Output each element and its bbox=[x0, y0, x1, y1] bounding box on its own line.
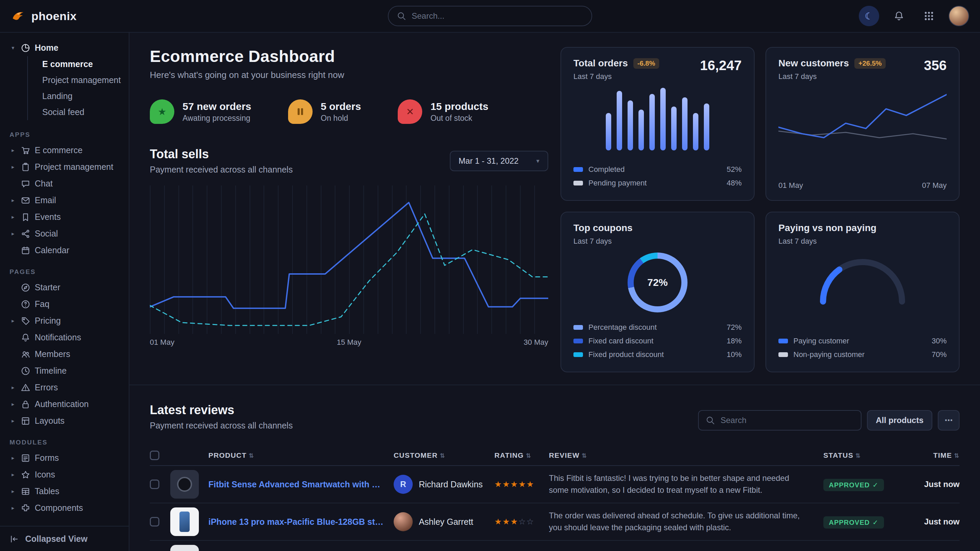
col-customer[interactable]: CUSTOMER⇅ bbox=[394, 451, 495, 459]
page-title: Ecommerce Dashboard bbox=[150, 47, 548, 66]
date-range-select[interactable]: Mar 1 - 31, 2022 ▾ bbox=[450, 151, 548, 171]
collapse-sidebar-button[interactable]: Collapsed View bbox=[0, 526, 129, 551]
col-product[interactable]: PRODUCT⇅ bbox=[208, 451, 394, 459]
search-input[interactable] bbox=[412, 11, 583, 21]
sidebar-item-layouts[interactable]: ▸ Layouts bbox=[0, 413, 129, 429]
select-all-checkbox[interactable] bbox=[150, 451, 159, 460]
stats-row: ★ 57 new orders Awating processing 5 ord… bbox=[150, 99, 548, 124]
section-label-apps: APPS bbox=[0, 122, 129, 142]
col-time[interactable]: TIME⇅ bbox=[907, 451, 959, 459]
sidebar-item-home[interactable]: ▾ Home bbox=[0, 40, 129, 56]
clock-icon bbox=[21, 366, 31, 376]
stat-label: On hold bbox=[321, 114, 361, 123]
notifications-button[interactable] bbox=[889, 6, 909, 26]
new-customers-card: New customers +26.5% Last 7 days 356 01 … bbox=[765, 47, 959, 201]
main-content: Ecommerce Dashboard Here's what's going … bbox=[129, 33, 980, 551]
chevron-down-icon: ▾ bbox=[536, 157, 539, 165]
sidebar-item-members[interactable]: Members bbox=[0, 346, 129, 362]
product-thumbnail[interactable] bbox=[170, 470, 199, 499]
time-cell: Just now bbox=[907, 480, 959, 489]
sidebar-item-label: Email bbox=[35, 195, 56, 205]
global-search bbox=[388, 6, 592, 26]
col-review[interactable]: REVIEW⇅ bbox=[549, 451, 823, 459]
legend-value: 72% bbox=[727, 323, 741, 332]
sidebar-item-pricing[interactable]: ▸ Pricing bbox=[0, 313, 129, 329]
watch-image bbox=[177, 477, 192, 492]
search-icon bbox=[397, 11, 406, 21]
all-products-button[interactable]: All products bbox=[867, 410, 932, 430]
mail-icon bbox=[21, 196, 31, 205]
reviews-subtitle: Payment received across all channels bbox=[150, 421, 293, 430]
customer-avatar: R bbox=[394, 475, 413, 494]
sidebar-item-calendar[interactable]: Calendar bbox=[0, 242, 129, 259]
chevron-right-icon: ▸ bbox=[10, 401, 16, 407]
product-link[interactable]: Fitbit Sense Advanced Smartwatch with To… bbox=[208, 480, 394, 489]
legend-value: 70% bbox=[932, 350, 947, 359]
sidebar-nav: ▾ Home E commerce Project management Lan… bbox=[0, 33, 129, 526]
more-options-button[interactable]: ⋯ bbox=[938, 410, 959, 430]
total-sells-subtitle: Payment received across all channels bbox=[150, 165, 293, 175]
col-status[interactable]: STATUS⇅ bbox=[823, 451, 907, 459]
product-thumbnail[interactable] bbox=[170, 507, 199, 536]
x-tick: 01 May bbox=[150, 338, 174, 347]
sidebar-item-notifications[interactable]: Notifications bbox=[0, 329, 129, 346]
sidebar-item-social-feed[interactable]: Social feed bbox=[42, 104, 129, 120]
sidebar-item-timeline[interactable]: Timeline bbox=[0, 362, 129, 379]
sidebar-item-label: Components bbox=[35, 503, 83, 513]
total-orders-card: Total orders -6.8% Last 7 days 16,247 Co… bbox=[560, 47, 754, 201]
check-icon: ✓ bbox=[872, 518, 878, 527]
sidebar-item-label: Layouts bbox=[35, 416, 65, 426]
sidebar-item-ecommerce-dashboard[interactable]: E commerce bbox=[42, 56, 129, 72]
app-launcher-button[interactable] bbox=[919, 6, 939, 26]
sidebar-item-label: E commerce bbox=[35, 145, 83, 155]
sidebar-item-landing[interactable]: Landing bbox=[42, 88, 129, 104]
sidebar-item-ecommerce-app[interactable]: ▸ E commerce bbox=[0, 142, 129, 159]
row-checkbox[interactable] bbox=[150, 480, 159, 489]
rating-stars: ★★★☆☆ bbox=[495, 517, 549, 527]
brand[interactable]: phoenix bbox=[11, 8, 76, 24]
sidebar-item-forms[interactable]: ▸ Forms bbox=[0, 449, 129, 466]
time-cell: Just now bbox=[907, 517, 959, 527]
x-tick: 15 May bbox=[337, 338, 361, 347]
table-row: iPhone 13 pro max-Pacific Blue-128GB sto… bbox=[150, 503, 959, 541]
legend-label: Completed bbox=[589, 165, 625, 174]
card-title: Top coupons bbox=[573, 222, 633, 233]
sidebar-item-starter[interactable]: Starter bbox=[0, 279, 129, 296]
sidebar-item-label: Members bbox=[35, 349, 70, 359]
sidebar-item-authentication[interactable]: ▸ Authentication bbox=[0, 396, 129, 413]
sidebar-item-components[interactable]: ▸ Components bbox=[0, 500, 129, 516]
sidebar-item-errors[interactable]: ▸ Errors bbox=[0, 379, 129, 396]
chevron-right-icon: ▸ bbox=[10, 214, 16, 220]
section-divider bbox=[129, 384, 980, 385]
new-customers-x-axis: 01 May 07 May bbox=[778, 181, 947, 190]
legend-label: Non-paying customer bbox=[794, 350, 865, 359]
chat-icon bbox=[21, 179, 31, 189]
sidebar-item-events[interactable]: ▸ Events bbox=[0, 209, 129, 225]
total-sells-x-axis: 01 May 15 May 30 May bbox=[150, 338, 548, 349]
sidebar-item-project-management-dashboard[interactable]: Project management bbox=[42, 72, 129, 88]
col-rating[interactable]: RATING⇅ bbox=[495, 451, 549, 459]
sidebar-item-faq[interactable]: Faq bbox=[0, 296, 129, 313]
legend-label: Fixed card discount bbox=[589, 337, 654, 345]
sidebar-item-chat[interactable]: Chat bbox=[0, 175, 129, 192]
date-range-value: Mar 1 - 31, 2022 bbox=[459, 156, 519, 166]
new-customers-value: 356 bbox=[924, 58, 947, 73]
chevron-right-icon: ▸ bbox=[10, 418, 16, 424]
stat-label: Out of stock bbox=[430, 114, 488, 123]
reviews-search-input[interactable] bbox=[721, 416, 854, 425]
row-checkbox[interactable] bbox=[150, 517, 159, 527]
sidebar-item-icons[interactable]: ▸ Icons bbox=[0, 466, 129, 483]
product-link[interactable]: iPhone 13 pro max-Pacific Blue-128GB sto… bbox=[208, 517, 394, 527]
sidebar-item-email[interactable]: ▸ Email bbox=[0, 192, 129, 209]
sidebar-item-social[interactable]: ▸ Social bbox=[0, 225, 129, 242]
stat-on-hold: 5 orders On hold bbox=[288, 99, 361, 124]
user-avatar[interactable] bbox=[949, 6, 969, 26]
sidebar-item-project-management-app[interactable]: ▸ Project management bbox=[0, 159, 129, 175]
sidebar-item-tables[interactable]: ▸ Tables bbox=[0, 483, 129, 500]
product-thumbnail[interactable] bbox=[170, 545, 199, 551]
table-header: PRODUCT⇅ CUSTOMER⇅ RATING⇅ REVIEW⇅ STATU… bbox=[150, 446, 959, 466]
legend-chip bbox=[778, 352, 788, 357]
theme-toggle-button[interactable]: ☾ bbox=[859, 6, 879, 26]
legend-chip bbox=[573, 167, 583, 172]
chevron-down-icon: ▾ bbox=[10, 44, 16, 51]
